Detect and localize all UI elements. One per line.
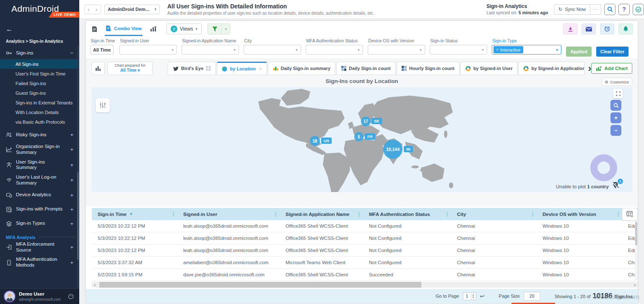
column-mfa-status[interactable]: MFA Authentication Status⋮ <box>363 208 451 220</box>
filter-funnel-button[interactable]: ▾ <box>208 23 230 34</box>
spin-down-icon[interactable]: ▼ <box>472 296 474 299</box>
column-menu-icon[interactable]: ⋮ <box>615 211 621 217</box>
tab-daily-summary[interactable]: Daily Sign-in summary <box>268 62 336 75</box>
close-tab-icon[interactable]: × <box>259 66 262 71</box>
mfa-status-select[interactable]: ▼ <box>306 45 363 55</box>
column-menu-icon[interactable]: ⋮ <box>356 211 362 217</box>
help-button[interactable]: ? <box>618 4 630 15</box>
combo-view-tab[interactable]: Combo View <box>105 22 143 36</box>
tab-hourly-count[interactable]: Hourly Sign-in count <box>397 62 460 75</box>
sidebar-subitem-first-sign-in-time[interactable]: User's First Sign-in Time <box>0 69 79 78</box>
nav-forward-icon[interactable]: › <box>93 5 101 14</box>
sidebar-subitem-failed-sign-ins[interactable]: Failed Sign-ins <box>0 78 79 88</box>
power-icon[interactable] <box>68 293 74 300</box>
expand-icon[interactable]: + <box>69 192 73 198</box>
tab-by-signed-in-user[interactable]: by Signed-in User <box>460 62 518 75</box>
scroll-right-icon[interactable]: › <box>632 282 638 287</box>
email-button[interactable] <box>582 23 596 34</box>
sidebar-item-user-sign-ins-summary[interactable]: User Sign-ins Summary + <box>0 158 79 172</box>
table-horizontal-scrollbar[interactable]: ‹ › <box>92 282 638 288</box>
table-row[interactable]: 5/3/2023 10:22:12 PM leah.alsop@o365droi… <box>92 244 638 257</box>
table-vertical-scrollbar-thumb[interactable] <box>635 222 637 245</box>
status-check-button[interactable] <box>633 4 644 15</box>
sidebar-scrollbar[interactable] <box>77 46 79 288</box>
marker-se[interactable]: 17 <box>361 117 371 126</box>
sidebar-item-device-analytics[interactable]: Device Analytics + <box>0 189 79 201</box>
grid-view-tab[interactable] <box>91 23 98 36</box>
expand-icon[interactable]: + <box>69 206 73 213</box>
sidebar-item-sign-ins-with-prompts[interactable]: Sign-ins with Prompts + <box>0 203 79 216</box>
column-menu-icon[interactable]: ⋮ <box>444 211 450 217</box>
applied-button[interactable]: Applied <box>566 47 591 57</box>
sidebar-item-mfa-enforcement-source[interactable]: MFA Enforcement Source + <box>0 241 79 254</box>
sidebar-subitem-guest-sign-ins[interactable]: Guest Sign-ins <box>0 88 79 98</box>
map-zoom-tool-button[interactable] <box>610 100 621 111</box>
map-settings-button[interactable] <box>96 98 110 112</box>
column-menu-icon[interactable]: ⋮ <box>530 211 535 217</box>
sync-now-button[interactable]: ↻ Sync Now <box>554 4 590 15</box>
table-row[interactable]: 5/2/2023 1:59:15 PM dave.joe@o365droid.o… <box>92 269 638 281</box>
tabs-scroll-right-icon[interactable]: › <box>588 63 591 73</box>
chart-prepared-dropdown[interactable]: Chart prepared for All Time ▾ <box>107 62 153 75</box>
sign-in-type-select[interactable]: × Interactive ▼ <box>492 45 561 55</box>
application-name-select[interactable]: ▼ <box>182 45 239 55</box>
page-size-input[interactable] <box>524 292 540 301</box>
unplotted-pin[interactable]: 1 <box>611 181 621 190</box>
location-map[interactable]: + − 17 SE 5 FR 18 US 10,144 IN Unable to… <box>91 87 632 192</box>
expand-icon[interactable]: + <box>69 260 73 266</box>
clear-filter-button[interactable]: Clear Filter <box>596 47 628 57</box>
sidebar-subitem-basic-auth[interactable]: via Basic Auth Protocols <box>0 117 79 127</box>
sidebar-subitem-external-tenants[interactable]: Sign-ins in External Tenants <box>0 98 79 107</box>
table-row[interactable]: 5/3/2023 10:22:12 PM leah.alsop@o365droi… <box>92 232 638 244</box>
column-menu-icon[interactable]: ⋮ <box>273 211 278 217</box>
views-dropdown[interactable]: 7 Views ▾ <box>166 23 202 34</box>
city-select[interactable]: ▼ <box>244 45 301 55</box>
search-button[interactable] <box>604 4 615 15</box>
sidebar-scrollbar-thumb[interactable] <box>77 172 79 260</box>
goto-page-input[interactable] <box>463 294 471 299</box>
customize-button[interactable]: ⚙ Customize <box>602 78 632 86</box>
expand-icon[interactable]: + <box>69 132 73 138</box>
expand-icon[interactable] <box>206 66 211 71</box>
table-row[interactable]: 5/3/2023 10:22:12 PM leah.alsop@o365droi… <box>92 220 638 232</box>
sidebar-item-risky-sign-ins[interactable]: Risky Sign-ins + <box>0 129 79 141</box>
column-sign-in-time[interactable]: Sign-in Time▼⋮ <box>92 208 177 220</box>
column-settings-button[interactable]: ⚙ <box>622 208 638 221</box>
scroll-left-icon[interactable]: ‹ <box>92 282 98 287</box>
map-zoom-out-button[interactable]: − <box>610 125 621 136</box>
chart-view-tab[interactable] <box>149 23 157 35</box>
scrollbar-thumb[interactable] <box>99 282 421 288</box>
schedule-button[interactable] <box>600 23 614 34</box>
alerts-button[interactable] <box>618 23 633 34</box>
sign-in-time-box[interactable]: All Time <box>90 45 114 55</box>
column-device-os[interactable]: Device OS with Version⋮ <box>537 208 622 220</box>
column-application-name[interactable]: Signed-in Application Name⋮ <box>280 208 363 220</box>
sidebar-item-mfa-authentication-methods[interactable]: MFA Authentication Methods + <box>0 256 79 269</box>
table-row[interactable]: 5/3/2023 3:37:32 AM ameliaben@o365droid.… <box>92 257 638 269</box>
user-box[interactable]: Demo User admeight.onmicrosoft.com <box>0 288 79 304</box>
expand-icon[interactable]: + <box>69 146 73 153</box>
map-fullscreen-button[interactable] <box>613 89 623 98</box>
expand-icon[interactable]: + <box>69 162 73 168</box>
device-os-select[interactable]: ▼ <box>368 45 425 55</box>
map-zoom-in-button[interactable]: + <box>610 112 621 123</box>
tab-by-application-name[interactable]: by Signed-in Application Na <box>518 62 584 75</box>
sort-icon[interactable]: ▼ <box>130 212 133 216</box>
scrollbar-track[interactable] <box>98 282 632 288</box>
tab-daily-count[interactable]: Daily Sign-in count <box>336 62 396 75</box>
sidebar-item-sign-in-types[interactable]: Sign-in Types + <box>0 218 79 230</box>
workspace-dropdown[interactable]: AdminDroid Dem... ▾ <box>104 5 160 14</box>
tab-by-location[interactable]: by Location × <box>217 62 267 75</box>
expand-icon[interactable]: + <box>69 177 73 183</box>
sidebar-item-org-sign-in-summary[interactable]: Organization Sign-in Summary + <box>0 143 79 156</box>
spinner[interactable]: ▲▼ <box>471 293 475 300</box>
expand-icon[interactable]: + <box>69 221 73 227</box>
funnel-caret[interactable]: ▾ <box>221 24 230 34</box>
collapse-icon[interactable]: − <box>69 50 73 56</box>
sign-in-status-select[interactable]: ▼ <box>430 45 487 55</box>
download-button[interactable] <box>563 23 577 34</box>
sidebar-item-last-logon-summary[interactable]: User's Last Log-on Summary + <box>0 174 79 187</box>
column-menu-icon[interactable]: ⋮ <box>171 211 176 217</box>
marker-fr[interactable]: 5 <box>354 132 364 141</box>
add-chart-button[interactable]: Add Chart <box>591 63 632 74</box>
